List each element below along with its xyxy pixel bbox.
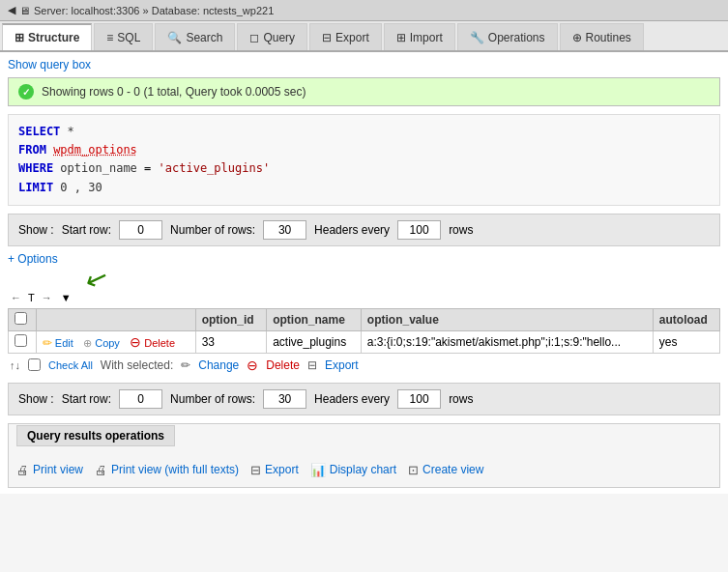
tab-search[interactable]: 🔍 Search bbox=[155, 23, 235, 50]
chart-icon: 📊 bbox=[310, 463, 326, 477]
title-text: Server: localhost:3306 » Database: nctes… bbox=[34, 5, 274, 16]
query-icon: ◻ bbox=[249, 31, 259, 44]
with-selected-area: With selected: ✏ Change ⊖ Delete ⊟ Expor… bbox=[101, 358, 359, 373]
export-icon: ⊟ bbox=[250, 463, 261, 477]
col-actions bbox=[36, 308, 195, 330]
server-icon: 🖥 bbox=[19, 5, 30, 16]
col-option-value: option_value bbox=[361, 308, 653, 330]
show-label-bottom: Show : bbox=[18, 392, 54, 406]
row-option-name: active_plugins bbox=[267, 330, 362, 353]
row-controls-bottom: Show : Start row: Number of rows: Header… bbox=[8, 383, 720, 415]
create-view-link[interactable]: ⊡ Create view bbox=[408, 463, 483, 477]
check-all-checkbox[interactable] bbox=[28, 358, 41, 371]
export-link[interactable]: ⊟ Export bbox=[250, 463, 299, 477]
start-row-label-bottom: Start row: bbox=[62, 392, 111, 406]
rows-label: rows bbox=[449, 223, 473, 237]
sql-icon: ≡ bbox=[106, 31, 113, 44]
sql-limit-rest: 0 , 30 bbox=[60, 181, 102, 194]
num-rows-input[interactable] bbox=[263, 220, 306, 240]
table-row: ✏ Edit ⊕ Copy ⊖ Delete 33 active_plugins… bbox=[9, 330, 720, 353]
col-checkbox bbox=[9, 308, 37, 330]
qr-ops-title-btn[interactable]: Query results operations bbox=[16, 425, 175, 446]
printer-full-icon: 🖨 bbox=[95, 463, 107, 477]
with-selected-label: With selected: bbox=[101, 358, 173, 372]
main-content: Show query box ✓ Showing rows 0 - 0 (1 t… bbox=[0, 52, 728, 494]
import-icon: ⊞ bbox=[396, 31, 406, 44]
printer-icon: 🖨 bbox=[16, 463, 29, 477]
tab-query[interactable]: ◻ Query bbox=[237, 23, 307, 50]
success-message: ✓ Showing rows 0 - 0 (1 total, Query too… bbox=[8, 77, 720, 106]
sql-from-table: wpdm_options bbox=[53, 143, 137, 157]
headers-label: Headers every bbox=[314, 223, 390, 237]
success-text: Showing rows 0 - 0 (1 total, Query took … bbox=[42, 85, 306, 99]
export-icon: ⊟ bbox=[322, 31, 332, 44]
arrow-annotation: ↙ bbox=[81, 262, 111, 295]
data-table: option_id option_name option_value autol… bbox=[8, 308, 720, 354]
sql-where-keyword: WHERE bbox=[18, 161, 53, 175]
select-all-checkbox[interactable] bbox=[15, 312, 27, 325]
headers-input[interactable] bbox=[397, 220, 441, 240]
sort-left-button[interactable]: ← bbox=[8, 291, 24, 304]
copy-icon: ⊕ bbox=[83, 337, 92, 349]
qr-ops-links: 🖨 Print view 🖨 Print view (with full tex… bbox=[16, 459, 712, 481]
tab-routines[interactable]: ⊕ Routines bbox=[560, 23, 644, 50]
start-row-input[interactable] bbox=[119, 220, 162, 240]
change-icon: ✏ bbox=[181, 358, 190, 372]
tab-navigation: ⊞ Structure ≡ SQL 🔍 Search ◻ Query ⊟ Exp… bbox=[0, 21, 728, 52]
start-row-label: Start row: bbox=[62, 223, 111, 237]
qr-ops-section: Query results operations 🖨 Print view 🖨 … bbox=[8, 423, 720, 488]
table-sort-controls: ← T → ▼ bbox=[8, 291, 720, 304]
sql-from-keyword: FROM bbox=[18, 143, 46, 157]
row-autoload: yes bbox=[653, 330, 719, 353]
sql-display: SELECT * FROM wpdm_options WHERE option_… bbox=[8, 114, 720, 206]
display-chart-link[interactable]: 📊 Display chart bbox=[310, 463, 396, 477]
delete-link[interactable]: Delete bbox=[144, 337, 175, 349]
row-option-id: 33 bbox=[195, 330, 267, 353]
row-controls-top: Show : Start row: Number of rows: Header… bbox=[8, 214, 720, 246]
sort-dropdown-icon: ▼ bbox=[61, 292, 72, 303]
bulk-change-link[interactable]: Change bbox=[198, 358, 239, 372]
copy-link[interactable]: Copy bbox=[95, 337, 120, 349]
sql-where-field: option_name bbox=[60, 161, 136, 175]
check-icon: ✓ bbox=[18, 84, 34, 100]
print-view-full-link[interactable]: 🖨 Print view (with full texts) bbox=[95, 463, 239, 477]
col-option-id: option_id bbox=[195, 308, 267, 330]
show-query-link[interactable]: Show query box bbox=[8, 58, 720, 72]
headers-label-bottom: Headers every bbox=[314, 392, 390, 406]
sql-operator: = bbox=[144, 161, 151, 175]
sql-limit-keyword: LIMIT bbox=[18, 181, 53, 194]
bulk-delete-icon: ⊖ bbox=[247, 358, 258, 373]
num-rows-input-bottom[interactable] bbox=[263, 389, 306, 409]
check-all-link[interactable]: Check All bbox=[48, 359, 93, 371]
structure-icon: ⊞ bbox=[15, 31, 24, 44]
tab-export[interactable]: ⊟ Export bbox=[309, 23, 382, 50]
tab-sql[interactable]: ≡ SQL bbox=[94, 23, 153, 50]
print-view-link[interactable]: 🖨 Print view bbox=[16, 463, 83, 477]
sql-select-keyword: SELECT bbox=[18, 125, 60, 138]
row-actions-cell: ✏ Edit ⊕ Copy ⊖ Delete bbox=[36, 330, 195, 353]
tab-operations[interactable]: 🔧 Operations bbox=[457, 23, 558, 50]
sort-indicator: ↑↓ bbox=[10, 359, 20, 371]
create-view-icon: ⊡ bbox=[408, 463, 419, 477]
check-all-row: ↑↓ Check All With selected: ✏ Change ⊖ D… bbox=[8, 354, 720, 377]
routines-icon: ⊕ bbox=[572, 31, 582, 44]
edit-link[interactable]: Edit bbox=[55, 337, 73, 349]
rows-label-bottom: rows bbox=[449, 392, 473, 406]
options-link[interactable]: + Options bbox=[8, 252, 720, 266]
sort-right-button[interactable]: → bbox=[39, 291, 55, 304]
headers-input-bottom[interactable] bbox=[397, 389, 441, 409]
col-autoload: autoload bbox=[653, 308, 719, 330]
row-option-value: a:3:{i:0;s:19:"akismet/akismet.php";i:1;… bbox=[361, 330, 653, 353]
bulk-export-link[interactable]: Export bbox=[325, 358, 359, 372]
sql-select-rest: * bbox=[68, 125, 74, 138]
tab-structure[interactable]: ⊞ Structure bbox=[2, 23, 92, 50]
show-label: Show : bbox=[18, 223, 54, 237]
edit-icon: ✏ bbox=[43, 336, 52, 350]
tab-import[interactable]: ⊞ Import bbox=[384, 23, 455, 50]
bulk-delete-link[interactable]: Delete bbox=[266, 358, 300, 372]
num-rows-label: Number of rows: bbox=[170, 223, 255, 237]
start-row-input-bottom[interactable] bbox=[119, 389, 162, 409]
col-option-name: option_name bbox=[267, 308, 362, 330]
back-icon: ◀ bbox=[8, 4, 15, 16]
row-checkbox[interactable] bbox=[15, 334, 27, 347]
